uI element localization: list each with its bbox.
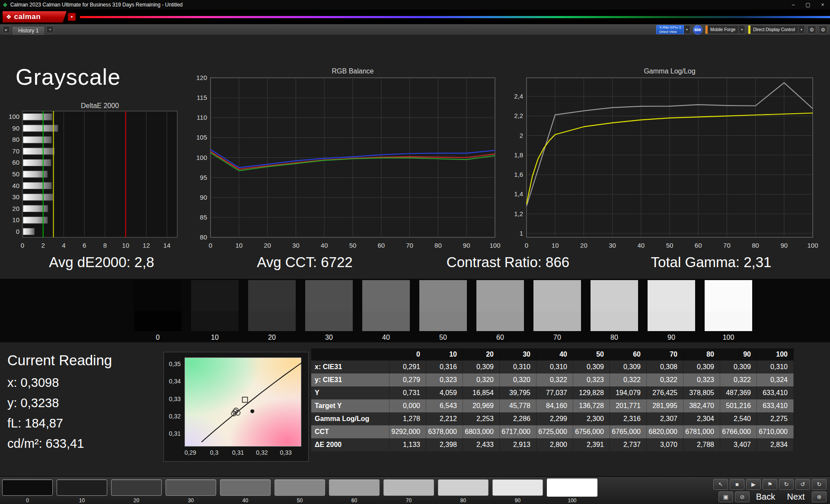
undo-icon: ↺	[801, 481, 805, 488]
swatch-actual	[362, 280, 410, 311]
swatch-target	[305, 311, 353, 331]
table-cell: 2,286	[500, 412, 536, 425]
table-cell: 0,309	[463, 360, 500, 373]
pattern-button-50[interactable]	[275, 479, 325, 496]
table-header-cell: 30	[500, 348, 536, 360]
calman-logo-text: calman	[14, 13, 41, 21]
target-button[interactable]: ⊕	[812, 491, 827, 502]
current-reading-title: Current Reading	[7, 352, 112, 369]
refresh-button[interactable]: ↻	[779, 479, 794, 490]
pattern-button-20[interactable]	[111, 479, 162, 496]
table-cell: 633,410	[757, 386, 794, 399]
table-cell: 2,800	[536, 438, 573, 451]
table-cell: 4,059	[426, 386, 463, 399]
grayscale-swatch-10: 10	[191, 280, 239, 341]
swatch-list: 0102030405060708090100	[134, 280, 752, 341]
table-cell: 487,369	[720, 386, 757, 399]
undo-button[interactable]: ↺	[795, 479, 810, 490]
display-select-button[interactable]: Direct Display Control	[748, 25, 798, 34]
calman-app: ❖ Calman 2023 Calman Ultimate for Busine…	[0, 0, 830, 504]
back-button[interactable]: Back	[751, 491, 780, 502]
stop-icon: ■	[735, 481, 739, 488]
stop-button[interactable]: ■	[730, 479, 744, 490]
tab-label: History 1	[18, 28, 38, 34]
mute-button[interactable]: ⊘	[735, 491, 750, 502]
swatch-label: 100	[705, 334, 752, 341]
refresh-icon: ↻	[784, 481, 789, 488]
close-button[interactable]: ×	[815, 0, 830, 10]
tab-history-1[interactable]: History 1	[12, 26, 45, 35]
table-cell: 84,160	[536, 399, 573, 412]
pattern-button-100[interactable]	[547, 478, 597, 497]
svg-text:85: 85	[200, 214, 207, 221]
meter-select-button[interactable]: X-Rite i1Pro 3 Direct View	[656, 25, 684, 34]
main-menu-button[interactable]: ▾	[68, 13, 76, 21]
source-dropdown-button[interactable]: ▾	[739, 25, 745, 34]
svg-text:1,8: 1,8	[514, 151, 523, 159]
add-tab-button[interactable]: +	[46, 26, 54, 33]
pattern-button-90[interactable]	[492, 479, 543, 496]
table-cell: 1,133	[389, 438, 426, 451]
history-panel-toggle[interactable]: ▸	[3, 26, 10, 33]
swatch-label: 0	[134, 334, 182, 341]
svg-text:90: 90	[463, 242, 470, 249]
table-header-cell: 60	[610, 348, 647, 360]
cie-y-axis: 0,310,320,330,340,35	[164, 357, 183, 447]
table-cell: 6717,000	[500, 425, 536, 438]
table-cell: 6781,000	[683, 425, 720, 438]
svg-text:100: 100	[196, 154, 207, 161]
swatch-actual	[305, 280, 353, 311]
svg-text:70: 70	[406, 242, 413, 249]
minimize-button[interactable]: –	[786, 0, 801, 10]
reading-x: x: 0,3098	[7, 376, 112, 390]
swatch-actual	[591, 280, 638, 311]
svg-text:100: 100	[489, 242, 500, 249]
swatch-target	[476, 311, 524, 331]
table-cell: 0,309	[610, 360, 647, 373]
pattern-button-60[interactable]	[329, 479, 380, 496]
pointer-button[interactable]: ↖	[713, 479, 728, 490]
maximize-button[interactable]: ▢	[801, 0, 815, 10]
app-icon: ❖	[3, 2, 8, 8]
pattern-button-list: 0102030405060708090100	[0, 477, 830, 504]
play-button[interactable]: ▶	[746, 479, 761, 490]
chevron-down-icon: ▾	[686, 28, 688, 32]
table-header-cell: 100	[757, 348, 794, 360]
pattern-button-30[interactable]	[166, 479, 216, 496]
table-cell: 281,995	[647, 399, 683, 412]
source-select-button[interactable]: Mobile Forge	[705, 25, 739, 34]
svg-text:2,4: 2,4	[514, 93, 523, 100]
pattern-button-0[interactable]	[2, 479, 53, 496]
settings-gear-button[interactable]: ⚙	[808, 26, 816, 34]
pattern-button-10[interactable]	[57, 479, 107, 496]
table-cell: 0,000	[389, 399, 426, 412]
pattern-button-40[interactable]	[220, 479, 271, 496]
meter-group: X-Rite i1Pro 3 Direct View ▾	[656, 25, 690, 34]
next-button[interactable]: Next	[782, 491, 810, 502]
grid-toggle-button[interactable]: ▣	[718, 491, 733, 502]
svg-text:30: 30	[292, 242, 300, 249]
display-dropdown-button[interactable]: ▾	[798, 25, 805, 34]
table-cell: 0,322	[610, 373, 647, 386]
pattern-button-label: 30	[166, 498, 216, 504]
source-color-stripe	[706, 26, 708, 34]
tools-gear-button[interactable]: ⚙	[819, 26, 827, 34]
current-reading-panel: Current Reading x: 0,3098 y: 0,3238 fL: …	[7, 352, 112, 457]
pattern-button-label: 90	[492, 498, 543, 504]
pattern-button-80[interactable]	[438, 479, 488, 496]
meter-name: X-Rite i1Pro 3	[659, 26, 681, 30]
table-header-cell: 80	[683, 348, 720, 360]
cie-y-tick: 0,33	[164, 396, 181, 402]
target-icon: ⊕	[817, 494, 822, 500]
table-cell: 201,771	[610, 399, 647, 412]
meter-dropdown-button[interactable]: ▾	[684, 25, 690, 34]
grayscale-swatch-50: 50	[419, 280, 467, 341]
swatch-actual	[134, 280, 182, 311]
contrast-ratio-stat: Contrast Ratio: 866	[406, 254, 610, 271]
redo-button[interactable]: ↻	[812, 479, 827, 490]
pattern-button-70[interactable]	[383, 479, 434, 496]
swatch-label: 80	[591, 334, 638, 341]
flag-button[interactable]: ⚑	[763, 479, 777, 490]
table-row: x: CIE310,2910,3160,3090,3100,3100,3090,…	[311, 360, 794, 373]
grayscale-swatch-0: 0	[134, 280, 182, 341]
